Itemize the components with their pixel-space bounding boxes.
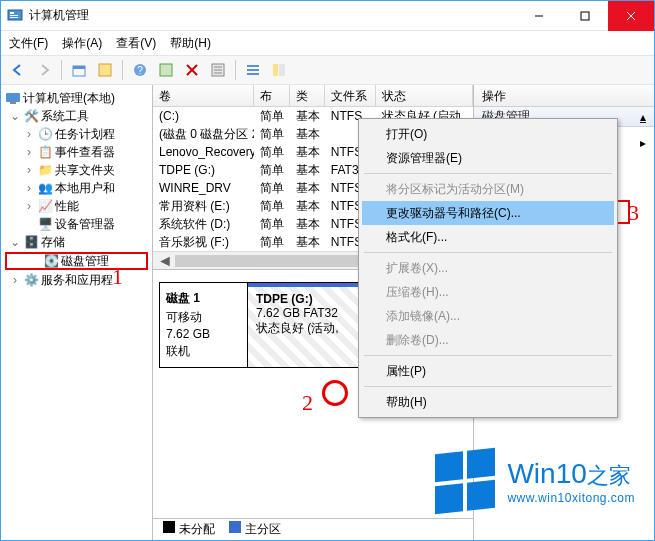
scroll-left-icon[interactable]: ◄ [157, 253, 173, 269]
col-volume[interactable]: 卷 [153, 85, 254, 106]
maximize-button[interactable] [562, 1, 608, 31]
windows-logo-icon [435, 448, 495, 514]
tree-label: 系统工具 [41, 108, 89, 125]
cell-vol: 系统软件 (D:) [153, 216, 254, 233]
toolbar: ? [1, 55, 654, 85]
disk-name: 磁盘 1 [166, 290, 241, 307]
navigation-tree[interactable]: 计算机管理(本地) ⌄🛠️ 系统工具 ›🕒 任务计划程 ›📋 事件查看器 ›📁 … [1, 85, 153, 540]
ctx-shrink: 压缩卷(H)... [362, 280, 614, 304]
cell-layout: 简单 [254, 216, 289, 233]
svg-rect-13 [160, 64, 172, 76]
cell-type: 基本 [290, 126, 325, 143]
tree-root[interactable]: 计算机管理(本地) [1, 89, 152, 107]
chevron-right-icon: ▸ [640, 136, 646, 150]
svg-rect-23 [273, 64, 278, 76]
menu-view[interactable]: 查看(V) [116, 35, 156, 52]
tree-item-local-users[interactable]: ›👥 本地用户和 [1, 179, 152, 197]
help-icon[interactable]: ? [129, 59, 151, 81]
tree-item-disk-management[interactable]: 💽 磁盘管理 [5, 252, 148, 270]
cell-type: 基本 [290, 144, 325, 161]
tools-icon: 🛠️ [23, 108, 39, 124]
context-menu: 打开(O) 资源管理器(E) 将分区标记为活动分区(M) 更改驱动器号和路径(C… [358, 118, 618, 418]
cell-vol: Lenovo_Recovery [153, 145, 254, 159]
svg-rect-9 [73, 66, 85, 69]
up-button[interactable] [68, 59, 90, 81]
annotation-3-bracket [618, 200, 630, 224]
device-icon: 🖥️ [37, 216, 53, 232]
list-view-icon[interactable] [242, 59, 264, 81]
tree-item-device-manager[interactable]: 🖥️ 设备管理器 [1, 215, 152, 233]
cancel-icon[interactable] [181, 59, 203, 81]
ctx-help[interactable]: 帮助(H) [362, 390, 614, 414]
back-button[interactable] [7, 59, 29, 81]
disk-size: 7.62 GB [166, 327, 241, 341]
ctx-properties[interactable]: 属性(P) [362, 359, 614, 383]
svg-text:?: ? [137, 65, 143, 76]
logo-suffix: 之家 [587, 463, 631, 488]
tree-item-task-scheduler[interactable]: ›🕒 任务计划程 [1, 125, 152, 143]
tree-label: 共享文件夹 [55, 162, 115, 179]
cell-layout: 简单 [254, 180, 289, 197]
disk-removable: 可移动 [166, 309, 241, 326]
detail-view-icon[interactable] [268, 59, 290, 81]
forward-button[interactable] [33, 59, 55, 81]
menu-action[interactable]: 操作(A) [62, 35, 102, 52]
swatch-unallocated [163, 521, 175, 533]
tree-item-performance[interactable]: ›📈 性能 [1, 197, 152, 215]
svg-rect-26 [10, 102, 16, 104]
cell-vol: (磁盘 0 磁盘分区 2) [153, 126, 254, 143]
menu-file[interactable]: 文件(F) [9, 35, 48, 52]
folder-share-icon: 📁 [37, 162, 53, 178]
tree-item-shared-folders[interactable]: ›📁 共享文件夹 [1, 161, 152, 179]
vol-size: 7.62 GB FAT32 [256, 306, 338, 320]
minimize-button[interactable] [516, 1, 562, 31]
cell-vol: 常用资料 (E:) [153, 198, 254, 215]
vol-status: 状态良好 (活动, [256, 321, 339, 335]
cell-layout: 简单 [254, 144, 289, 161]
collapse-icon[interactable]: ▴ [640, 110, 646, 124]
svg-rect-5 [581, 12, 589, 20]
cell-layout: 简单 [254, 234, 289, 251]
settings-icon[interactable] [207, 59, 229, 81]
close-button[interactable] [608, 1, 654, 31]
volume-list-header: 卷 布局 类型 文件系统 状态 [153, 85, 473, 107]
cell-vol: 音乐影视 (F:) [153, 234, 254, 251]
tree-label: 计算机管理(本地) [23, 90, 115, 107]
tree-item-event-viewer[interactable]: ›📋 事件查看器 [1, 143, 152, 161]
ctx-change-drive-letter[interactable]: 更改驱动器号和路径(C)... [362, 201, 614, 225]
svg-rect-25 [6, 93, 20, 102]
tree-label: 任务计划程 [55, 126, 115, 143]
ctx-extend: 扩展卷(X)... [362, 256, 614, 280]
menu-help[interactable]: 帮助(H) [170, 35, 211, 52]
tree-label: 存储 [41, 234, 65, 251]
watermark: Win10之家 www.win10xitong.com [435, 451, 635, 511]
cell-layout: 简单 [254, 198, 289, 215]
svg-rect-22 [247, 73, 259, 75]
refresh-button[interactable] [155, 59, 177, 81]
tree-item-services[interactable]: ›⚙️ 服务和应用程 [1, 271, 152, 289]
col-fs[interactable]: 文件系统 [325, 85, 376, 106]
ctx-format[interactable]: 格式化(F)... [362, 225, 614, 249]
svg-rect-1 [10, 12, 14, 14]
ctx-explore[interactable]: 资源管理器(E) [362, 146, 614, 170]
col-layout[interactable]: 布局 [254, 85, 289, 106]
tree-label: 性能 [55, 198, 79, 215]
col-type[interactable]: 类型 [290, 85, 325, 106]
annotation-2-circle [322, 380, 348, 406]
col-status[interactable]: 状态 [376, 85, 473, 106]
actions-header: 操作 [474, 85, 654, 107]
annotation-2: 2 [302, 390, 313, 416]
cell-type: 基本 [290, 108, 325, 125]
tree-item-system-tools[interactable]: ⌄🛠️ 系统工具 [1, 107, 152, 125]
tree-item-storage[interactable]: ⌄🗄️ 存储 [1, 233, 152, 251]
ctx-open[interactable]: 打开(O) [362, 122, 614, 146]
cell-layout: 简单 [254, 126, 289, 143]
services-icon: ⚙️ [23, 272, 39, 288]
clock-icon: 🕒 [37, 126, 53, 142]
properties-button[interactable] [94, 59, 116, 81]
vol-name: TDPE (G:) [256, 292, 313, 306]
computer-icon [5, 90, 21, 106]
disk-icon: 💽 [43, 253, 59, 269]
legend: 未分配 主分区 [153, 518, 473, 540]
titlebar[interactable]: 计算机管理 [1, 1, 654, 31]
